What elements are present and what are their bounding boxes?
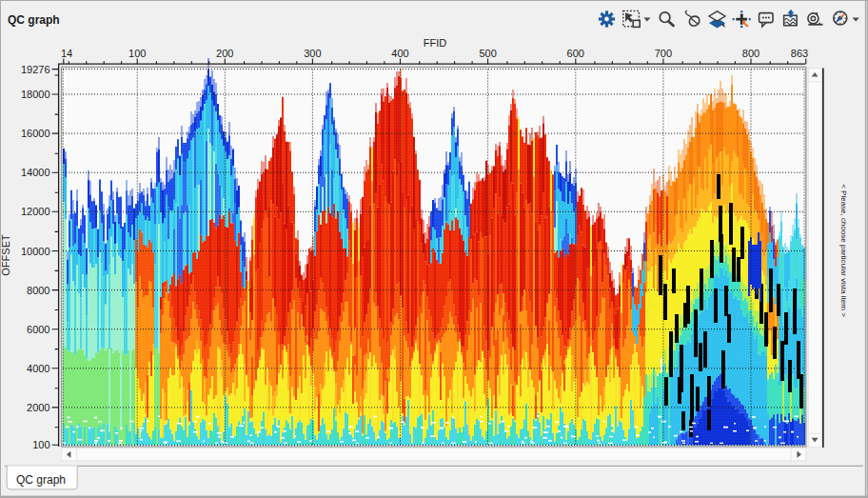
svg-text:300: 300 (304, 48, 321, 59)
svg-text:500: 500 (479, 48, 496, 59)
svg-text:4000: 4000 (27, 363, 49, 374)
svg-text:10000: 10000 (21, 246, 50, 257)
svg-text:800: 800 (742, 48, 760, 59)
svg-text:2000: 2000 (27, 402, 49, 413)
svg-text:14: 14 (61, 48, 72, 59)
svg-text:QC graph: QC graph (8, 13, 60, 27)
svg-text:18000: 18000 (21, 89, 50, 100)
svg-text:< Please, choose particular vi: < Please, choose particular vista item > (839, 184, 848, 317)
svg-text:100: 100 (128, 48, 146, 59)
svg-text:QC graph: QC graph (16, 473, 66, 487)
svg-text:OFFSET: OFFSET (0, 234, 11, 276)
svg-text:FFID: FFID (424, 37, 446, 49)
svg-text:400: 400 (391, 48, 408, 59)
svg-text:600: 600 (567, 48, 584, 59)
svg-text:100: 100 (32, 439, 49, 450)
svg-text:16000: 16000 (21, 128, 50, 139)
svg-text:14000: 14000 (21, 167, 50, 178)
svg-text:200: 200 (216, 48, 233, 59)
svg-text:6000: 6000 (27, 324, 49, 335)
svg-text:700: 700 (655, 48, 672, 59)
svg-text:12000: 12000 (21, 206, 50, 217)
svg-text:8000: 8000 (27, 285, 49, 296)
svg-text:863: 863 (791, 48, 808, 59)
svg-text:19276: 19276 (21, 64, 50, 75)
